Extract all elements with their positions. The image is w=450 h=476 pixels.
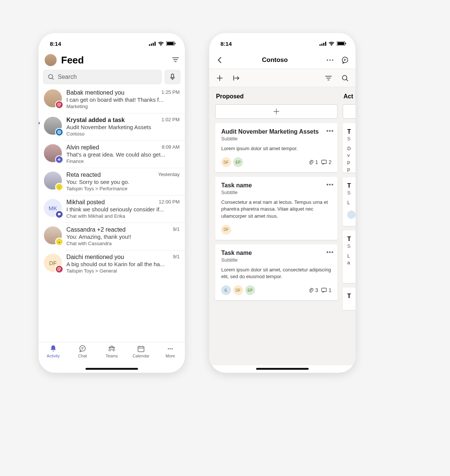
- expand-right-icon: [233, 75, 240, 81]
- add-button[interactable]: [214, 73, 225, 83]
- board-card[interactable]: T S L: [343, 177, 356, 226]
- paperclip-icon: [308, 288, 314, 293]
- feed-item-snippet: I can get on board with that! Thanks f..…: [66, 96, 180, 103]
- svg-rect-41: [338, 42, 344, 45]
- microphone-icon: [170, 74, 175, 80]
- board-card[interactable]: ••• Task name Subtitle Consectetur a era…: [215, 177, 338, 240]
- board-card[interactable]: ••• Audit November Marketing Assets Subt…: [215, 123, 338, 172]
- card-more-button[interactable]: •••: [326, 249, 334, 256]
- mention-badge-icon: [55, 265, 63, 273]
- tab-more[interactable]: More: [157, 345, 184, 373]
- teams-icon: [108, 345, 116, 353]
- profile-avatar[interactable]: [45, 54, 57, 66]
- status-bar: 8:14: [39, 36, 185, 51]
- assignee-chip[interactable]: EP: [245, 285, 255, 295]
- feed-item[interactable]: Babak mentioned you1:25 PM I can get on …: [39, 86, 185, 113]
- column-title: Proposed: [214, 92, 339, 104]
- card-more-button[interactable]: •••: [326, 128, 334, 134]
- plus-icon: [273, 108, 279, 114]
- voice-search-button[interactable]: [165, 70, 180, 84]
- cellular-icon: [320, 42, 326, 46]
- feed-item-time: 12:00 PM: [159, 199, 180, 206]
- feed-item[interactable]: Alvin replied8:09 AM That's a great idea…: [39, 140, 185, 168]
- svg-point-27: [109, 347, 111, 348]
- chat-icon: [78, 345, 87, 353]
- svg-point-17: [57, 185, 62, 189]
- board-card[interactable]: T S La: [343, 230, 356, 283]
- card-title: Task name: [221, 182, 324, 189]
- add-card-button[interactable]: [215, 104, 338, 119]
- feed-item[interactable]: Cassandra +2 reacted9/1 You: Amazing, th…: [39, 223, 185, 250]
- board-column-active-peek[interactable]: Act T S Dvpp T S L T S La: [341, 87, 356, 365]
- card-footer: IL DF EP 3 1: [221, 285, 332, 295]
- feed-item[interactable]: MK Mikhail posted12:00 PM I think we sho…: [39, 195, 185, 223]
- feed-item[interactable]: DF Daichi mentioned you9/1 A big should …: [39, 250, 185, 277]
- svg-line-11: [52, 78, 54, 80]
- overflow-button[interactable]: [325, 55, 335, 65]
- feed-item-title: Reta reacted: [66, 172, 101, 178]
- feed-item-time: 8:09 AM: [162, 144, 180, 151]
- board-card[interactable]: T: [343, 288, 356, 310]
- assignee-chip[interactable]: DF: [233, 285, 243, 295]
- assignee-chip[interactable]: DF: [221, 225, 231, 235]
- svg-rect-5: [167, 42, 174, 45]
- svg-rect-37: [321, 44, 322, 46]
- feed-list[interactable]: Babak mentioned you1:25 PM I can get on …: [39, 86, 185, 356]
- tab-label: Calendar: [133, 354, 150, 358]
- chat-button[interactable]: [340, 55, 350, 65]
- comment-count[interactable]: 1: [321, 287, 332, 293]
- home-indicator: [86, 368, 138, 370]
- svg-point-21: [57, 240, 62, 244]
- battery-icon: [166, 41, 176, 46]
- chevron-left-icon: [218, 57, 222, 63]
- feed-item[interactable]: Reta reactedYesterday You: Sorry to see …: [39, 168, 185, 195]
- card-description: L: [347, 199, 356, 206]
- attachment-count[interactable]: 3: [308, 287, 318, 293]
- card-more-button[interactable]: •••: [326, 181, 334, 188]
- board-card[interactable]: T S Dvpp: [343, 123, 356, 173]
- feed-item-body: Babak mentioned you1:25 PM I can get on …: [66, 89, 180, 109]
- filter-button[interactable]: [172, 56, 179, 64]
- svg-point-56: [342, 75, 347, 80]
- status-icons: [149, 41, 176, 46]
- filter-button[interactable]: [323, 73, 334, 83]
- assignee-chip[interactable]: IL: [221, 285, 231, 295]
- feed-item-title: Krystal added a task: [66, 117, 125, 124]
- back-button[interactable]: [214, 55, 225, 65]
- chat-bubble-icon: [341, 56, 349, 64]
- search-button[interactable]: [340, 73, 350, 83]
- comment-count[interactable]: 2: [321, 159, 332, 165]
- svg-point-18: [58, 186, 59, 187]
- feed-avatar: [44, 172, 62, 190]
- more-icon: [166, 345, 174, 353]
- feed-item-title: Daichi mentioned you: [66, 254, 124, 261]
- attachment-count[interactable]: 1: [308, 159, 318, 165]
- assignee-chip[interactable]: DF: [221, 157, 231, 167]
- svg-point-22: [58, 268, 60, 270]
- feed-item-location: Chat with Cassandra: [66, 241, 180, 246]
- feed-item-location: Tailspin Toys > Performance: [66, 186, 180, 191]
- tab-activity[interactable]: Activity: [40, 345, 67, 373]
- feed-item-title: Mikhail posted: [66, 199, 105, 206]
- card-description: Dvpp: [347, 145, 356, 173]
- card-footer: DF: [221, 225, 332, 235]
- board-body[interactable]: Proposed ••• Audit November Marketing As…: [209, 87, 356, 365]
- svg-rect-0: [149, 44, 150, 46]
- feed-item-snippet: You: Sorry to see you go.: [66, 179, 180, 185]
- assignee-chip[interactable]: EP: [233, 157, 243, 167]
- search-input[interactable]: Search: [43, 70, 162, 84]
- search-placeholder: Search: [58, 74, 77, 80]
- svg-rect-39: [325, 42, 326, 46]
- svg-rect-61: [322, 288, 327, 292]
- card-subtitle: S: [347, 243, 356, 249]
- card-subtitle: Subtitle: [221, 257, 332, 263]
- svg-point-16: [58, 131, 60, 133]
- feed-item[interactable]: Krystal added a task1:02 PM Audit Novemb…: [39, 113, 185, 140]
- feed-item-snippet: I think we should seriously consider if.…: [66, 206, 180, 212]
- add-card-button[interactable]: [343, 104, 356, 119]
- board-card[interactable]: ••• Task name Subtitle Lorem ipsum dolor…: [215, 244, 338, 300]
- expand-button[interactable]: [231, 73, 242, 83]
- filter-icon: [172, 57, 179, 62]
- card-title: T: [347, 182, 356, 189]
- wifi-icon: [328, 41, 334, 46]
